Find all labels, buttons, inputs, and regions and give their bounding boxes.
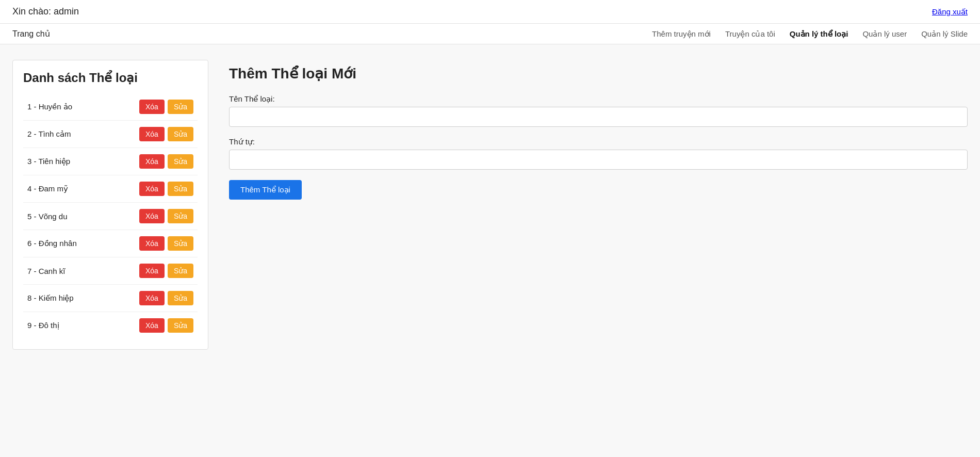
genre-actions: XóaSửa (139, 236, 193, 251)
order-field-group: Thứ tự: (229, 137, 968, 170)
name-field-group: Tên Thể loại: (229, 94, 968, 127)
delete-button[interactable]: Xóa (139, 264, 165, 278)
delete-button[interactable]: Xóa (139, 154, 165, 169)
genre-list-panel: Danh sách Thể loại 1 - Huyền ảoXóaSửa2 -… (12, 60, 208, 350)
nav-item[interactable]: Truyện của tôi (725, 29, 775, 39)
main-content: Danh sách Thể loại 1 - Huyền ảoXóaSửa2 -… (0, 44, 980, 365)
logout-link[interactable]: Đăng xuất (932, 7, 968, 17)
delete-button[interactable]: Xóa (139, 100, 165, 114)
order-input[interactable] (229, 150, 968, 170)
genre-name: 4 - Đam mỹ (27, 184, 68, 193)
name-input[interactable] (229, 107, 968, 127)
genre-name: 1 - Huyền ảo (27, 102, 72, 111)
list-item: 2 - Tình cảmXóaSửa (23, 121, 198, 148)
nav-item[interactable]: Thêm truyện mới (652, 29, 711, 39)
genre-list-title: Danh sách Thể loại (23, 71, 198, 85)
edit-button[interactable]: Sửa (168, 182, 193, 196)
nav-links: Thêm truyện mớiTruyện của tôiQuản lý thể… (652, 29, 968, 39)
delete-button[interactable]: Xóa (139, 127, 165, 141)
genre-actions: XóaSửa (139, 291, 193, 305)
edit-button[interactable]: Sửa (168, 264, 193, 278)
list-item: 7 - Canh kĩXóaSửa (23, 257, 198, 285)
delete-button[interactable]: Xóa (139, 291, 165, 305)
genre-name: 6 - Đồng nhân (27, 239, 77, 248)
delete-button[interactable]: Xóa (139, 236, 165, 251)
genre-actions: XóaSửa (139, 154, 193, 169)
greeting-text: Xin chào: admin (12, 6, 79, 17)
genre-name: 7 - Canh kĩ (27, 267, 65, 275)
delete-button[interactable]: Xóa (139, 182, 165, 196)
list-item: 3 - Tiên hiệpXóaSửa (23, 148, 198, 175)
genre-name: 8 - Kiếm hiệp (27, 293, 74, 303)
edit-button[interactable]: Sửa (168, 318, 193, 333)
add-genre-panel: Thêm Thể loại Mới Tên Thể loại: Thứ tự: … (229, 60, 968, 350)
genre-list: 1 - Huyền ảoXóaSửa2 - Tình cảmXóaSửa3 - … (23, 93, 198, 339)
delete-button[interactable]: Xóa (139, 209, 165, 223)
list-item: 5 - Võng duXóaSửa (23, 203, 198, 230)
genre-actions: XóaSửa (139, 127, 193, 141)
genre-actions: XóaSửa (139, 264, 193, 278)
add-genre-title: Thêm Thể loại Mới (229, 65, 968, 82)
edit-button[interactable]: Sửa (168, 127, 193, 141)
list-item: 9 - Đô thịXóaSửa (23, 312, 198, 339)
list-item: 8 - Kiếm hiệpXóaSửa (23, 285, 198, 312)
top-bar: Xin chào: admin Đăng xuất (0, 0, 980, 24)
order-label: Thứ tự: (229, 137, 968, 146)
genre-actions: XóaSửa (139, 318, 193, 333)
submit-button[interactable]: Thêm Thể loại (229, 180, 302, 200)
nav-item[interactable]: Quản lý Slide (921, 29, 968, 39)
name-label: Tên Thể loại: (229, 94, 968, 104)
edit-button[interactable]: Sửa (168, 236, 193, 251)
edit-button[interactable]: Sửa (168, 291, 193, 305)
list-item: 4 - Đam mỹXóaSửa (23, 175, 198, 203)
genre-name: 2 - Tình cảm (27, 129, 71, 139)
nav-item[interactable]: Quản lý user (862, 29, 907, 39)
edit-button[interactable]: Sửa (168, 100, 193, 114)
genre-actions: XóaSửa (139, 100, 193, 114)
list-item: 6 - Đồng nhânXóaSửa (23, 230, 198, 257)
genre-actions: XóaSửa (139, 209, 193, 223)
edit-button[interactable]: Sửa (168, 209, 193, 223)
nav-item[interactable]: Quản lý thể loại (790, 29, 848, 39)
delete-button[interactable]: Xóa (139, 318, 165, 333)
nav-bar: Trang chủ Thêm truyện mớiTruyện của tôiQ… (0, 24, 980, 44)
genre-name: 3 - Tiên hiệp (27, 157, 70, 166)
list-item: 1 - Huyền ảoXóaSửa (23, 93, 198, 121)
genre-name: 9 - Đô thị (27, 321, 59, 330)
home-link[interactable]: Trang chủ (12, 29, 50, 39)
edit-button[interactable]: Sửa (168, 154, 193, 169)
genre-actions: XóaSửa (139, 182, 193, 196)
genre-name: 5 - Võng du (27, 212, 68, 221)
